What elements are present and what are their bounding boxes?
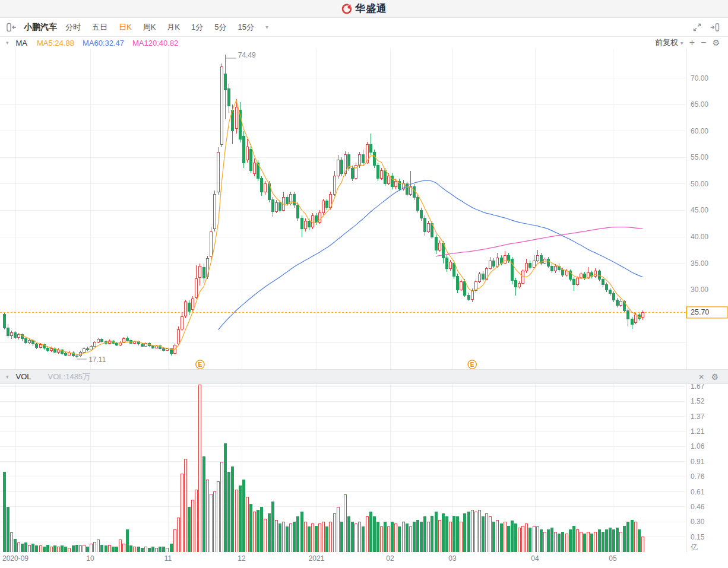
volume-tick-label: 1.67: [691, 384, 705, 391]
ma-indicator-value: MA5:24.88: [37, 39, 74, 47]
indicator-bar: ▾ MA MA5:24.88MA60:32.47MA120:40.82 前复权 …: [0, 37, 728, 49]
price-tick-label: 35.00: [691, 259, 708, 268]
tab-周K[interactable]: 周K: [143, 22, 156, 33]
date-tick-label: 02: [386, 554, 394, 563]
adjust-caret: ▾: [680, 40, 683, 46]
zoom-out-button[interactable]: −: [701, 38, 706, 47]
price-tick-label: 30.00: [691, 285, 708, 294]
volume-unit-label: 亿: [690, 543, 698, 551]
volume-tick-label: 0.30: [691, 518, 705, 526]
price-tick-label: 65.00: [691, 100, 708, 109]
date-axis: 2020-09101112202102030405: [0, 552, 728, 568]
price-tick-label: 45.00: [691, 206, 708, 214]
price-tick-label: 55.00: [691, 153, 708, 161]
app-header: 华盛通: [0, 0, 728, 18]
volume-tick-label: 1.37: [691, 412, 705, 421]
fullscreen-icon[interactable]: [692, 23, 702, 32]
volume-tick-label: 1.52: [691, 397, 705, 405]
volume-tick-label: 0.61: [691, 488, 705, 496]
tab-月K[interactable]: 月K: [167, 22, 180, 33]
volume-header: ▾ VOL VOL:1485万 × ⚙: [0, 369, 728, 384]
app-window: 华盛通 小鹏汽车 分时五日日K周K月K1分5分15分 ▾ ▾ MA MA5:24…: [0, 0, 728, 568]
low-annotation: 17.11: [88, 356, 106, 364]
price-tick-label: 60.00: [691, 127, 708, 135]
volume-tick-label: 1.06: [691, 442, 705, 450]
app-title: 华盛通: [355, 2, 387, 15]
collapse-panel-icon[interactable]: [6, 23, 18, 32]
price-tick-label: 40.00: [691, 233, 708, 241]
stock-name: 小鹏汽车: [24, 22, 57, 33]
tab-分时[interactable]: 分时: [65, 22, 81, 33]
date-tick-label: 03: [448, 554, 456, 563]
toolbar-right-icons: [692, 23, 722, 32]
more-timeframes-caret[interactable]: ▾: [265, 24, 268, 30]
volume-header-icons: × ⚙: [699, 372, 722, 381]
volume-tick-label: 1.21: [691, 427, 705, 436]
volume-tick-label: 0.46: [691, 503, 705, 511]
zoom-in-button[interactable]: +: [689, 38, 695, 47]
volume-current-value: VOL:1485万: [48, 372, 91, 382]
brand: 华盛通: [341, 2, 387, 15]
date-tick-label: 2021: [309, 554, 325, 563]
open-side-panel-icon[interactable]: [710, 23, 720, 32]
date-tick-label: 12: [238, 554, 245, 563]
price-tick-label: 50.00: [691, 180, 708, 188]
date-tick-label: 10: [86, 554, 94, 563]
tab-5分[interactable]: 5分: [214, 22, 226, 33]
chart-toolbar: 小鹏汽车 分时五日日K周K月K1分5分15分 ▾: [0, 18, 728, 37]
tab-15分[interactable]: 15分: [238, 22, 254, 33]
indicator-right-controls: 前复权 ▾ + − ⚙: [655, 37, 722, 48]
date-tick-label: 04: [531, 554, 539, 563]
volume-tick-label: 0.91: [691, 458, 705, 466]
close-volume-icon[interactable]: ×: [699, 372, 704, 381]
volume-tick-label: 0.76: [691, 472, 705, 481]
volume-indicator-label[interactable]: VOL: [16, 372, 31, 381]
indicator-collapse-caret[interactable]: ▾: [6, 40, 9, 46]
tab-1分[interactable]: 1分: [191, 22, 203, 33]
main-chart-canvas[interactable]: 74.4917.11EE70.0065.0060.0055.0050.0045.…: [0, 49, 728, 369]
ma-indicator-value: MA60:32.47: [83, 39, 124, 47]
volume-settings-icon[interactable]: ⚙: [711, 373, 718, 381]
chart-settings-icon[interactable]: ⚙: [712, 39, 720, 47]
volume-tick-label: 0.15: [691, 533, 705, 541]
ma-indicator-value: MA120:40.82: [132, 39, 178, 47]
tab-日K[interactable]: 日K: [119, 22, 132, 33]
timeframe-tabs: 分时五日日K周K月K1分5分15分: [65, 22, 265, 33]
current-price-label: 25.70: [691, 308, 709, 316]
earnings-marker-label: E: [470, 361, 474, 368]
ma120-line: [436, 227, 642, 256]
indicator-group-label[interactable]: MA: [16, 39, 28, 47]
date-tick-label: 05: [609, 554, 616, 563]
ma5-line: [18, 100, 642, 355]
high-annotation: 74.49: [238, 51, 256, 59]
adjust-mode-dropdown[interactable]: 前复权 ▾: [655, 37, 683, 48]
date-tick-label: 2020-09: [2, 554, 29, 563]
volume-collapse-caret[interactable]: ▾: [6, 374, 9, 380]
ma-value-labels: MA5:24.88MA60:32.47MA120:40.82: [37, 39, 186, 47]
price-tick-label: 70.00: [691, 74, 708, 82]
flame-logo-icon: [341, 3, 353, 15]
earnings-marker-label: E: [198, 361, 202, 368]
volume-chart-canvas[interactable]: 1.671.521.371.211.060.910.760.610.460.30…: [0, 384, 728, 552]
date-tick-label: 11: [164, 554, 172, 563]
tab-五日[interactable]: 五日: [92, 22, 107, 33]
